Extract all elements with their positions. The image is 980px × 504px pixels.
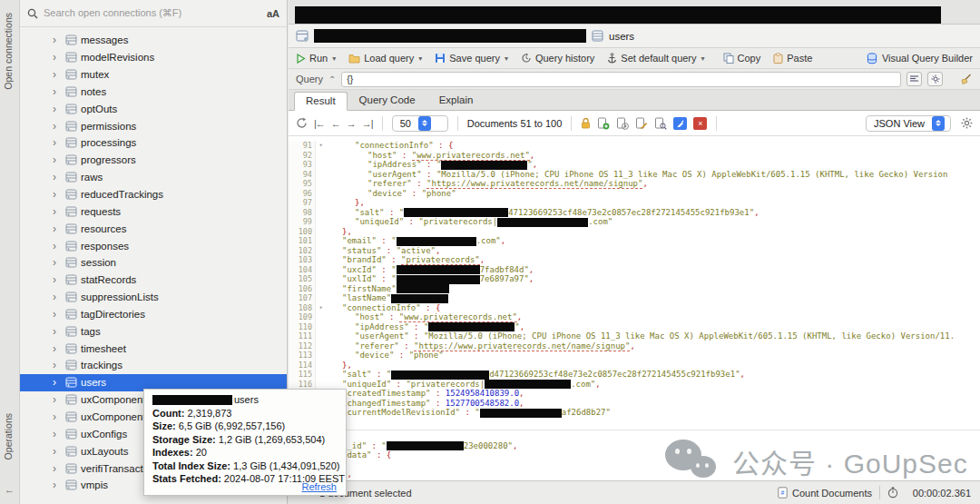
tab-query-code[interactable]: Query Code [348,91,427,110]
code-line[interactable]: 111"userAgent" : "Mozilla/5.0 (iPhone; C… [289,331,980,341]
search-placeholder[interactable]: Search open connections (⌘F) [44,7,267,19]
sidebar-item-messages[interactable]: ›messages [20,32,287,49]
code-line[interactable]: 92"host" : "www.privaterecords.net", [289,151,980,161]
lock-icon[interactable] [581,117,591,129]
code-line[interactable]: 93"ipAddress" : "", [289,160,980,170]
code-line[interactable]: 115"salt" : "d47123669253cf48e73e2c0857e… [289,370,980,380]
code-line[interactable]: 95"referer" : "https://www.privaterecord… [289,179,980,189]
clear-query-broom-icon[interactable] [957,72,973,86]
chevron-right-icon[interactable]: › [53,68,65,81]
chevron-right-icon[interactable]: › [53,103,65,115]
sidebar-item-statRecords[interactable]: ›statRecords [20,272,287,289]
last-page-icon[interactable]: →| [362,118,373,129]
set-default-query-button[interactable]: Set default query▾ [607,53,704,64]
sidebar-item-permissions[interactable]: ›permissions [20,117,287,134]
sidebar-item-requests[interactable]: ›requests [20,203,287,220]
chevron-right-icon[interactable]: › [53,153,65,166]
code-line[interactable]: 103"brandId" : "privaterecords", [289,255,980,265]
chevron-right-icon[interactable]: › [53,273,65,286]
tab-result[interactable]: Result [294,92,348,111]
run-button[interactable]: Run▾ [296,53,336,64]
first-page-icon[interactable]: |← [314,118,325,129]
chevron-right-icon[interactable]: › [53,393,65,406]
code-line[interactable]: 106"firstName" [289,284,980,294]
chevron-right-icon[interactable]: › [53,479,65,491]
chevron-right-icon[interactable]: › [53,410,65,423]
sidebar-item-tags[interactable]: ›tags [20,322,287,340]
chevron-right-icon[interactable]: › [53,428,65,440]
collapse-arrow-icon[interactable]: ← [5,484,15,495]
collapse-query-icon[interactable]: ⌃ [328,74,336,84]
chevron-right-icon[interactable]: › [53,34,65,46]
tab-open-connections[interactable]: Open connections [3,13,14,90]
code-line[interactable]: 116"uniqueId" : "privaterecords|.com", [289,380,980,390]
refresh-stats-link[interactable]: Refresh [301,481,337,492]
sidebar-item-mutex[interactable]: ›mutex [20,66,287,84]
chevron-right-icon[interactable]: › [53,171,65,183]
chevron-right-icon[interactable]: › [53,240,65,252]
chevron-right-icon[interactable]: › [53,445,65,458]
chevron-right-icon[interactable]: › [53,205,65,218]
sidebar-item-optOuts[interactable]: ›optOuts [20,100,287,117]
view-document-icon[interactable] [654,117,667,130]
sidebar-item-notes[interactable]: ›notes [20,84,287,101]
paste-button[interactable]: Paste [773,53,812,64]
next-page-icon[interactable]: → [347,118,356,129]
connection-tab-bar[interactable] [289,0,980,25]
code-line[interactable]: 104"uxcId" : "7fadbf84d", [289,265,980,275]
delete-document-icon[interactable]: × [693,117,707,130]
view-mode-select[interactable]: JSON View [866,115,951,132]
code-line[interactable]: 113"device" : "phone" [289,351,980,361]
code-line[interactable]: 96"device" : "phone" [289,189,980,199]
page-size-select[interactable]: 50 [392,115,448,132]
sidebar-item-raws[interactable]: ›raws [20,169,287,186]
code-line[interactable]: 94"userAgent" : "Mozilla/5.0 (iPhone; CP… [289,170,980,180]
chevron-right-icon[interactable]: › [53,136,65,149]
chevron-right-icon[interactable]: › [53,222,65,235]
chevron-right-icon[interactable]: › [53,376,65,389]
chevron-right-icon[interactable]: › [53,85,65,98]
code-line[interactable]: 105"uxlId" : "7e6897a97", [289,274,980,284]
visual-query-builder-button[interactable]: Visual Query Builder [867,53,973,64]
refresh-results-icon[interactable] [296,117,308,129]
chevron-right-icon[interactable]: › [53,291,65,303]
save-query-button[interactable]: Save query▾ [435,53,508,64]
chevron-right-icon[interactable]: › [53,256,65,269]
duplicate-document-icon[interactable] [616,117,629,130]
tab-explain[interactable]: Explain [427,91,485,110]
json-result-view[interactable]: 91▾"connectionInfo" : {92"host" : "www.p… [289,136,980,480]
code-line[interactable]: 100}, [289,227,980,237]
code-line[interactable]: 91▾"connectionInfo" : { [289,141,980,151]
add-document-icon[interactable] [597,117,610,130]
match-case-toggle[interactable]: aA [267,8,279,19]
sidebar-item-processings[interactable]: ›processings [20,134,287,152]
chevron-right-icon[interactable]: › [53,51,65,64]
sidebar-item-reducedTrackings[interactable]: ›reducedTrackings [20,186,287,203]
query-input[interactable]: {} [341,72,901,87]
edit-document-icon[interactable] [635,117,648,130]
query-settings-icon[interactable] [927,72,943,86]
code-line[interactable]: 97}, [289,198,980,208]
code-line[interactable]: 110"ipAddress" : "", [289,322,980,332]
format-query-icon[interactable] [906,72,922,86]
load-query-button[interactable]: Load query▾ [348,53,422,64]
code-line[interactable]: 101"email" : ".com", [289,236,980,246]
inline-edit-icon[interactable] [673,117,687,130]
code-line[interactable]: 119"currentModelRevisionId" : "af26d8b27… [289,408,980,418]
sidebar-item-progressors[interactable]: ›progressors [20,152,287,169]
chevron-right-icon[interactable]: › [53,359,65,371]
chevron-right-icon[interactable]: › [53,462,65,475]
code-line[interactable]: 118"changedTimestamp" : 1527700548582.0, [289,399,980,409]
sidebar-item-resources[interactable]: ›resources [20,220,287,237]
fold-toggle-icon[interactable]: ▾ [316,303,326,313]
sidebar-item-responses[interactable]: ›responses [20,237,287,254]
chevron-right-icon[interactable]: › [53,342,65,355]
sidebar-item-trackings[interactable]: ›trackings [20,357,287,374]
count-documents-button[interactable]: # Count Documents [778,487,872,499]
code-line[interactable]: 114}, [289,361,980,371]
query-history-button[interactable]: Query history [521,53,594,64]
sidebar-item-modelRevisions[interactable]: ›modelRevisions [20,49,287,66]
code-line[interactable]: 117"createdTimestamp" : 1524958410839.0, [289,389,980,399]
sidebar-item-session[interactable]: ›session [20,254,287,272]
code-line[interactable]: 112"referer" : "https://www.privaterecor… [289,341,980,351]
